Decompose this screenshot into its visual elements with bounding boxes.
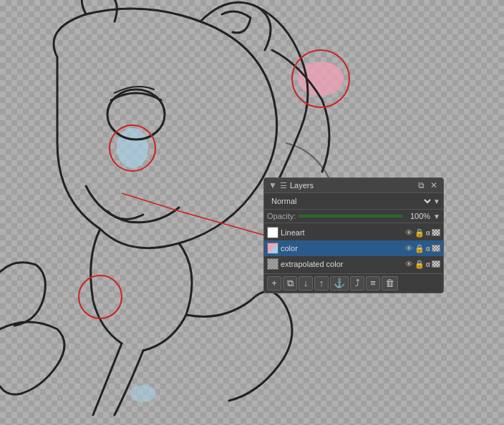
opacity-arrow: ▼	[433, 212, 440, 220]
layer-alpha-icon-color[interactable]: α	[426, 245, 430, 253]
move-down-button[interactable]: ↓	[299, 276, 313, 290]
duplicate-layer-button[interactable]: ⧉	[283, 276, 297, 290]
move-up-button[interactable]: ↑	[314, 276, 329, 290]
blend-mode-row: Normal ▼	[264, 193, 443, 210]
layer-alpha-icon-lineart[interactable]: α	[426, 229, 430, 237]
layers-list: Lineart 👁 🔒 α color 👁 🔒 α extrapolated c…	[264, 223, 443, 273]
layers-toolbar: + ⧉ ↓ ↑ ⚓ ⤴ ≡ 🗑	[264, 273, 443, 293]
layer-lock-icon-lineart[interactable]: 🔒	[415, 228, 425, 238]
svg-point-1	[117, 128, 148, 168]
opacity-slider[interactable]	[299, 215, 402, 218]
layer-icons-lineart: 👁 🔒 α	[405, 228, 440, 238]
layers-panel: ▼ ☰ Layers ⧉ ✕ Normal ▼ Opacity: 100% ▼ …	[263, 177, 444, 293]
layer-eye-icon-extrapolated[interactable]: 👁	[405, 260, 413, 268]
layer-alpha-lock-color	[432, 245, 440, 252]
layer-thumb-lineart	[267, 227, 278, 238]
opacity-row: Opacity: 100% ▼	[264, 210, 443, 223]
layer-eye-icon-color[interactable]: 👁	[405, 244, 413, 253]
layer-name-extrapolated: extrapolated color	[281, 260, 403, 268]
layer-alpha-lock-lineart	[432, 229, 440, 236]
layers-collapse-icon[interactable]: ▼	[268, 180, 277, 190]
delete-layer-button[interactable]: 🗑	[382, 276, 398, 290]
layers-float-button[interactable]: ⧉	[417, 180, 426, 190]
layer-thumb-color	[267, 243, 278, 254]
layer-icons-extrapolated: 👁 🔒 α	[405, 260, 440, 269]
layers-panel-title: Layers	[290, 181, 314, 190]
export-layer-button[interactable]: ⤴	[350, 276, 364, 290]
layers-header-left: ▼ ☰ Layers	[268, 180, 314, 190]
anchor-button[interactable]: ⚓	[330, 276, 349, 290]
opacity-label: Opacity:	[267, 212, 296, 220]
blend-mode-arrow: ▼	[433, 197, 440, 205]
blend-mode-select[interactable]: Normal	[267, 195, 433, 207]
layer-alpha-icon-extrapolated[interactable]: α	[426, 260, 430, 268]
layer-name-lineart: Lineart	[281, 228, 403, 237]
layer-properties-button[interactable]: ≡	[366, 276, 380, 290]
layers-panel-header: ▼ ☰ Layers ⧉ ✕	[264, 178, 443, 193]
layers-panel-icon: ☰	[280, 181, 287, 190]
svg-point-2	[130, 385, 156, 402]
layer-thumb-extrapolated	[267, 258, 278, 270]
layer-row-color[interactable]: color 👁 🔒 α	[264, 240, 443, 256]
layer-row-lineart[interactable]: Lineart 👁 🔒 α	[264, 225, 443, 240]
layer-name-color: color	[281, 244, 403, 253]
layers-header-right: ⧉ ✕	[417, 180, 439, 190]
layer-eye-icon-lineart[interactable]: 👁	[405, 228, 413, 237]
layer-lock-icon-color[interactable]: 🔒	[415, 244, 425, 253]
layer-row-extrapolated[interactable]: extrapolated color 👁 🔒 α	[264, 256, 443, 272]
layer-icons-color: 👁 🔒 α	[405, 244, 440, 253]
opacity-value: 100%	[405, 212, 430, 220]
layers-close-button[interactable]: ✕	[429, 180, 439, 190]
layer-lock-icon-extrapolated[interactable]: 🔒	[415, 260, 425, 269]
add-layer-button[interactable]: +	[267, 276, 281, 290]
layer-alpha-lock-extrapolated	[432, 260, 440, 268]
